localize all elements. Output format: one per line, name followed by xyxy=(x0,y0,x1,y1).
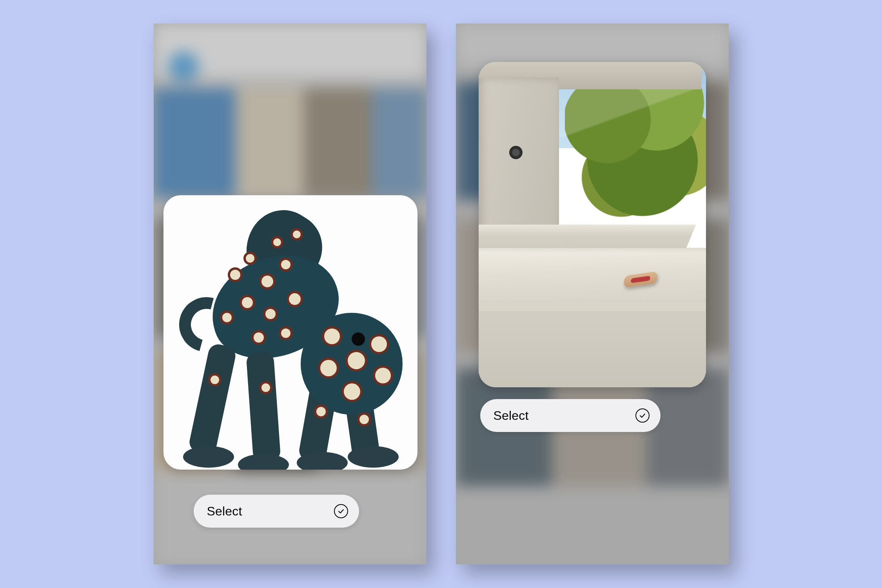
select-label: Select xyxy=(494,408,529,423)
select-label: Select xyxy=(207,504,242,519)
photo-windowsill xyxy=(479,62,706,387)
select-button[interactable]: Select xyxy=(480,399,661,432)
preview-card xyxy=(163,195,417,470)
select-button[interactable]: Select xyxy=(194,495,359,528)
phone-screenshot-right: Select xyxy=(456,24,729,564)
phone-screenshot-left: Select xyxy=(154,24,426,564)
check-circle-icon xyxy=(635,408,650,423)
preview-card xyxy=(479,62,706,387)
check-circle-icon xyxy=(334,504,348,518)
photo-spotted-chameleon xyxy=(163,195,417,470)
